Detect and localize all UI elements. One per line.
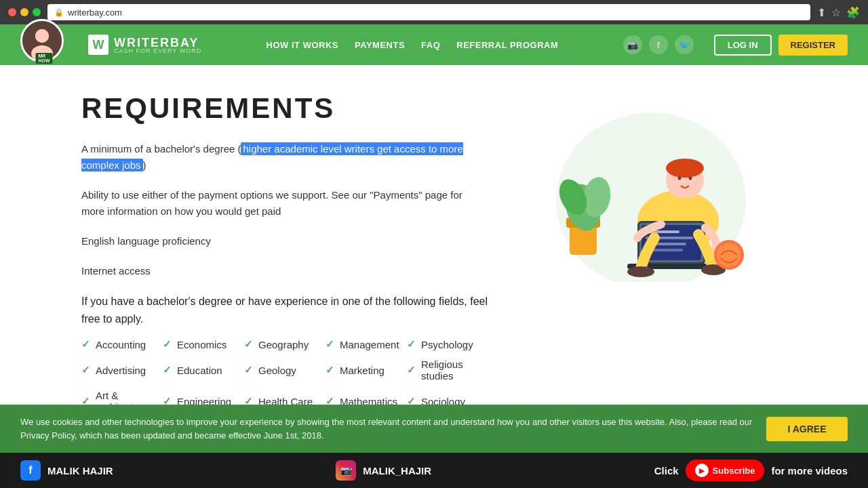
field-marketing: ✓ Marketing [326, 359, 407, 382]
field-geography: ✓ Geography [244, 338, 326, 350]
field-label-marketing: Marketing [340, 365, 384, 376]
mr-how-label: MRHOW [35, 53, 52, 64]
logo-icon: W [88, 35, 108, 55]
agree-button[interactable]: I AGREE [766, 417, 848, 441]
avatar-container: MRHOW [20, 24, 68, 65]
field-label-religious-studies: Religious studies [421, 359, 488, 382]
illustration-svg [529, 92, 760, 282]
subscribe-section: Click ▶ Subscribe for more videos [654, 460, 848, 481]
field-geology: ✓ Geology [244, 359, 326, 382]
social-icons: 📷 f 🐦 [623, 35, 694, 54]
svg-point-25 [627, 266, 654, 277]
instagram-icon-bottom[interactable]: 📷 [336, 460, 356, 481]
browser-controls [8, 8, 41, 16]
bookmark-button[interactable]: ☆ [831, 6, 841, 19]
login-button[interactable]: LOG IN [714, 35, 772, 56]
main-content: REQUIREMENTS A minimum of a bachelor's d… [0, 65, 868, 426]
content-left: REQUIREMENTS A minimum of a bachelor's d… [81, 92, 488, 413]
svg-point-3 [35, 29, 49, 43]
facebook-name: MALIK HAJIR [47, 465, 113, 476]
field-management: ✓ Management [326, 338, 407, 350]
field-label-accounting: Accounting [96, 339, 146, 350]
minimize-dot[interactable] [20, 8, 28, 16]
nav-faq[interactable]: FAQ [421, 40, 440, 50]
instagram-name: MALIK_HAJIR [363, 465, 431, 476]
subscribe-end-text: for more videos [771, 465, 848, 476]
fields-intro: If you have a bachelor's degree or have … [81, 293, 488, 327]
check-icon-economics: ✓ [163, 338, 172, 350]
nav-referral[interactable]: REFERRAL PROGRAM [456, 40, 558, 50]
cookie-text: We use cookies and other technologies to… [20, 415, 753, 442]
cookie-bar: We use cookies and other technologies to… [0, 405, 868, 453]
maximize-dot[interactable] [33, 8, 41, 16]
logo-text-block: WRITERBAY CASH FOR EVERY WORD [114, 36, 201, 54]
svg-point-14 [689, 177, 692, 180]
subscribe-click-text: Click [654, 465, 679, 476]
extensions-button[interactable]: 🧩 [846, 6, 860, 19]
nav-payments[interactable]: PAYMENTS [355, 40, 405, 50]
field-label-geology: Geology [258, 365, 296, 376]
nav-buttons: LOG IN REGISTER [714, 35, 848, 56]
nav-logo: W WRITERBAY CASH FOR EVERY WORD [88, 35, 201, 55]
subscribe-button[interactable]: ▶ Subscribe [686, 460, 765, 481]
illustration [515, 92, 773, 413]
req1-start: A minimum of a bachelor's degree ( [81, 143, 241, 155]
logo-tagline: CASH FOR EVERY WORD [114, 47, 201, 54]
field-label-geography: Geography [258, 339, 309, 350]
check-icon-geography: ✓ [244, 338, 253, 350]
twitter-icon[interactable]: 🐦 [675, 35, 694, 54]
check-icon-accounting: ✓ [81, 338, 90, 350]
field-education: ✓ Education [163, 359, 244, 382]
check-icon-marketing: ✓ [326, 364, 334, 376]
field-label-advertising: Advertising [96, 365, 146, 376]
page-title: REQUIREMENTS [81, 92, 488, 125]
field-religious-studies: ✓ Religious studies [407, 359, 488, 382]
browser-actions: ⬆ ☆ 🧩 [817, 6, 860, 19]
instagram-section: 📷 MALIK_HAJIR [336, 460, 431, 481]
field-label-management: Management [340, 339, 399, 350]
svg-point-28 [717, 243, 741, 267]
facebook-icon[interactable]: f [649, 35, 668, 54]
check-icon-management: ✓ [326, 338, 334, 350]
field-psychology: ✓ Psychology [407, 338, 488, 350]
share-button[interactable]: ⬆ [817, 6, 826, 19]
bottom-bar: f MALIK HAJIR 📷 MALIK_HAJIR Click ▶ Subs… [0, 453, 868, 488]
requirement-1: A minimum of a bachelor's degree (higher… [81, 141, 488, 174]
check-icon-geology: ✓ [244, 364, 253, 376]
field-label-education: Education [177, 365, 222, 376]
navbar: MRHOW W WRITERBAY CASH FOR EVERY WORD HO… [0, 24, 868, 65]
url-text: writerbay.com [68, 7, 122, 18]
field-economics: ✓ Economics [163, 338, 244, 350]
field-label-economics: Economics [177, 339, 226, 350]
instagram-icon[interactable]: 📷 [623, 35, 642, 54]
browser-bar: 🔒 writerbay.com ⬆ ☆ 🧩 [0, 0, 868, 24]
requirement-2: Ability to use either of the payment opt… [81, 187, 488, 220]
play-icon: ▶ [695, 464, 709, 477]
req1-end: ) [143, 159, 146, 171]
check-icon-psychology: ✓ [407, 338, 416, 350]
subscribe-label: Subscribe [713, 466, 755, 476]
close-dot[interactable] [8, 8, 16, 16]
check-icon-religious-studies: ✓ [407, 364, 416, 376]
facebook-icon-bottom[interactable]: f [20, 460, 41, 481]
requirement-3: English language proficiency [81, 233, 488, 249]
svg-point-13 [678, 177, 682, 180]
check-icon-education: ✓ [163, 364, 172, 376]
svg-point-12 [666, 159, 704, 178]
lock-icon: 🔒 [54, 8, 64, 17]
field-accounting: ✓ Accounting [81, 338, 163, 350]
register-button[interactable]: REGISTER [778, 35, 848, 56]
nav-how-it-works[interactable]: HOW IT WORKS [267, 40, 338, 50]
facebook-section: f MALIK HAJIR [20, 460, 113, 481]
field-advertising: ✓ Advertising [81, 359, 163, 382]
fields-grid: ✓ Accounting ✓ Economics ✓ Geography ✓ M… [81, 338, 488, 413]
requirement-4: Internet access [81, 263, 488, 279]
url-bar[interactable]: 🔒 writerbay.com [47, 4, 810, 20]
field-label-psychology: Psychology [421, 339, 473, 350]
nav-links: HOW IT WORKS PAYMENTS FAQ REFERRAL PROGR… [222, 39, 603, 51]
check-icon-advertising: ✓ [81, 364, 90, 376]
